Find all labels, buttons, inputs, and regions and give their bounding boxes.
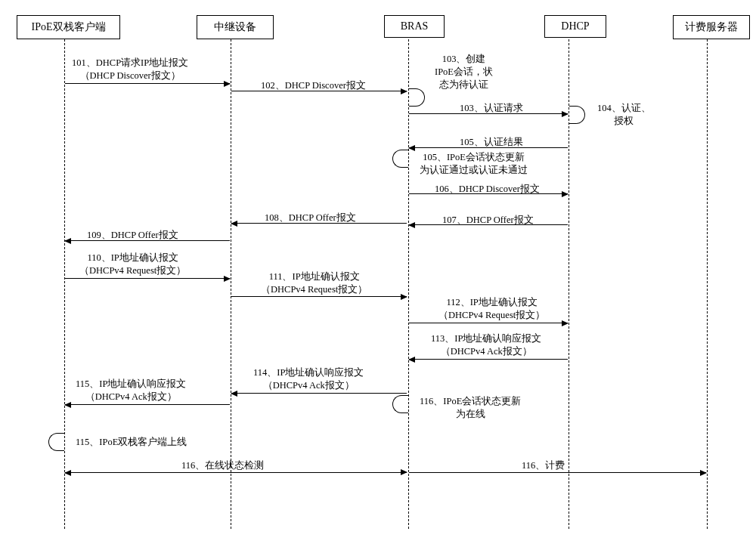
msg-101-l1: 101、DHCP请求IP地址报文 [72,57,188,68]
lifeline-client [64,39,67,529]
msg-112: 112、IP地址确认报文 （DHCPv4 Request报文） [438,296,545,322]
selfloop-116 [392,395,408,413]
msg-110: 110、IP地址确认报文 （DHCPv4 Request报文） [79,252,186,277]
msg-115-l2: （DHCPv4 Ack报文） [85,391,177,402]
msg-103-note-l1: 103、创建 [442,54,486,64]
msg-116-note: 116、IPoE会话状态更新 为在线 [420,395,521,421]
arrow-112 [409,323,568,323]
msg-104: 104、认证、 授权 [597,102,651,128]
msg-103-note-l3: 态为待认证 [439,79,488,90]
msg-115-l1: 115、IP地址确认响应报文 [76,379,186,389]
arrow-114 [231,393,407,394]
msg-104-l1: 104、认证、 [597,103,651,113]
msg-101: 101、DHCP请求IP地址报文 （DHCP Discover报文） [72,57,188,82]
msg-111-l1: 111、IP地址确认报文 [269,271,360,282]
msg-114-l1: 114、IP地址确认响应报文 [253,367,364,378]
arrow-107 [409,224,568,225]
msg-112-l1: 112、IP地址确认报文 [446,297,537,307]
arrow-103-req [409,113,568,114]
participant-client: IPoE双栈客户端 [17,15,120,39]
msg-103-note-l2: IPoE会话，状 [435,66,493,77]
arrow-105 [409,147,568,148]
msg-114: 114、IP地址确认响应报文 （DHCPv4 Ack报文） [253,366,364,392]
arrow-101 [65,83,230,84]
lifeline-relay [231,39,233,529]
msg-116-note-l2: 为在线 [456,409,485,419]
msg-104-l2: 授权 [614,116,634,126]
arrow-106 [409,193,568,194]
msg-113-l2: （DHCPv4 Ack报文） [441,346,532,357]
arrow-108 [231,223,407,224]
arrow-111 [231,296,407,297]
msg-105-note: 105、IPoE会话状态更新 为认证通过或认证未通过 [420,151,528,177]
sequence-diagram: IPoE双栈客户端 中继设备 BRAS DHCP 计费服务器 101、DHCP请… [0,0,756,550]
participant-bras: BRAS [384,15,445,38]
msg-112-l2: （DHCPv4 Request报文） [438,310,545,320]
selfloop-115-client [48,433,64,451]
msg-116-billing: 116、计费 [522,459,565,472]
arrow-113 [409,359,568,360]
arrow-115 [65,404,230,405]
msg-105-note-l1: 105、IPoE会话状态更新 [423,152,525,162]
msg-103-note: 103、创建 IPoE会话，状 态为待认证 [435,53,493,91]
arrow-116-online-l [65,472,407,473]
msg-105-note-l2: 为认证通过或认证未通过 [420,165,528,175]
arrow-109 [65,240,230,241]
msg-110-l1: 110、IP地址确认报文 [87,252,178,263]
lifeline-billing [707,39,709,529]
msg-116-note-l1: 116、IPoE会话状态更新 [420,396,521,406]
participant-dhcp: DHCP [544,15,606,38]
msg-115-client: 115、IPoE双栈客户端上线 [76,436,187,449]
msg-111: 111、IP地址确认报文 （DHCPv4 Request报文） [261,270,367,296]
participant-billing: 计费服务器 [673,15,750,39]
selfloop-103 [409,88,425,107]
msg-111-l2: （DHCPv4 Request报文） [261,284,367,295]
msg-115: 115、IP地址确认响应报文 （DHCPv4 Ack报文） [76,378,186,403]
arrow-116-billing [409,472,706,473]
msg-110-l2: （DHCPv4 Request报文） [79,265,186,276]
msg-114-l2: （DHCPv4 Ack报文） [263,380,355,391]
arrow-110 [65,278,230,279]
selfloop-104 [569,106,585,124]
participant-relay: 中继设备 [197,15,274,39]
selfloop-105 [392,150,408,168]
msg-101-l2: （DHCP Discover报文） [80,70,181,81]
msg-113: 113、IP地址确认响应报文 （DHCPv4 Ack报文） [431,332,541,358]
msg-116-online: 116、在线状态检测 [181,459,264,472]
msg-113-l1: 113、IP地址确认响应报文 [431,333,541,344]
arrow-102 [231,91,407,91]
